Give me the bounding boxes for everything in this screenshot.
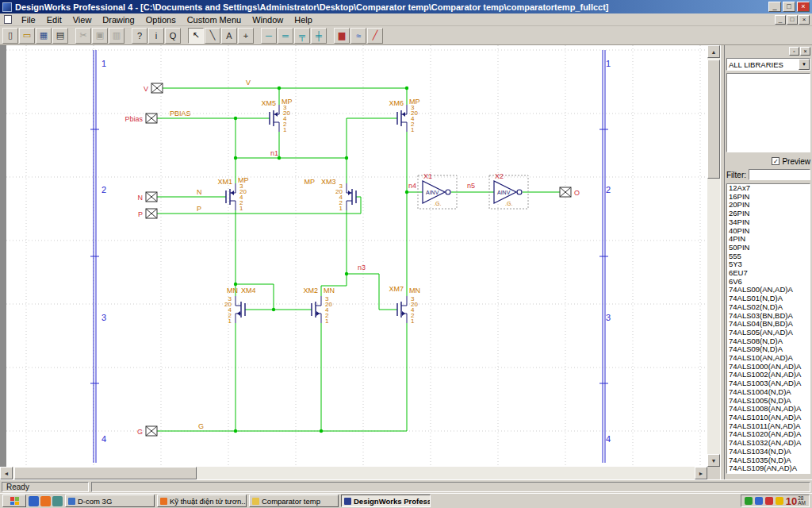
chevron-down-icon[interactable]: ▼ [799, 59, 810, 70]
horizontal-scrollbar[interactable]: ◄ ► [0, 467, 707, 479]
save-icon[interactable]: ▦ [36, 28, 52, 44]
menu-view[interactable]: View [67, 14, 98, 25]
part-preview-box [726, 73, 810, 152]
schematic-drawing[interactable]: 11223344VVPbiasPBIASNNPPGGOn1n3n4n5XM5MP… [6, 45, 707, 467]
scroll-left-icon[interactable]: ◄ [0, 467, 13, 479]
wire-junction [345, 272, 348, 275]
close-button[interactable]: × [797, 2, 810, 12]
draw-bus-icon[interactable]: ═ [278, 28, 293, 44]
taskbar: D-com 3GKỹ thuật điện tử tươn...Comparat… [0, 493, 812, 508]
copy-icon[interactable]: ▣ [92, 28, 108, 44]
document-icon[interactable] [4, 15, 12, 24]
draw-wire-icon[interactable]: ─ [261, 28, 277, 44]
zoom-icon[interactable]: Q [165, 28, 181, 44]
cut-icon[interactable]: ✂ [75, 28, 91, 44]
node-label-n5: n5 [467, 182, 475, 190]
windows-logo-icon [10, 497, 19, 505]
schematic-sheet[interactable]: 11223344VVPbiasPBIASNNPPGGOn1n3n4n5XM5MP… [6, 45, 707, 467]
inverter-x1-bubble[interactable] [446, 190, 450, 194]
vertical-scrollbar[interactable]: ▲ ▼ [707, 45, 720, 467]
start-button[interactable] [2, 495, 26, 507]
child-minimize-button[interactable]: _ [775, 15, 786, 25]
menu-edit[interactable]: Edit [41, 14, 67, 25]
wire-junction [234, 156, 237, 160]
pin-number: 1 [283, 126, 287, 133]
filter-input[interactable] [749, 169, 810, 180]
horizontal-scroll-thumb[interactable] [14, 467, 197, 479]
internet-explorer-icon[interactable] [29, 496, 39, 506]
palette-close-button[interactable]: × [800, 47, 810, 56]
toolbar-separator [255, 28, 261, 44]
child-restore-button[interactable]: □ [787, 15, 798, 25]
vertical-scroll-thumb[interactable] [707, 60, 720, 179]
firefox-icon[interactable] [40, 496, 51, 506]
paste-icon[interactable]: ▥ [109, 28, 124, 44]
part-74als1034-n-d-a[interactable]: 74ALS1034(N,D)A [729, 448, 810, 456]
maximize-button[interactable]: □ [783, 2, 795, 12]
transistor-xm7[interactable] [401, 296, 407, 306]
wire-junction [272, 308, 275, 311]
preview-checkbox[interactable]: ✓ [772, 157, 779, 165]
part-74als109-an-ad-a[interactable]: 74ALS109(AN,AD)A [729, 464, 810, 473]
menu-help[interactable]: Help [289, 14, 318, 25]
palette-menu-button[interactable]: ▫ [789, 47, 799, 56]
transistor-xm4 [237, 311, 240, 316]
info-icon[interactable]: i [148, 28, 164, 44]
text-icon[interactable]: A [221, 28, 237, 44]
transistor-xm6[interactable] [401, 122, 407, 132]
inverter-ref-x2: X2 [495, 172, 504, 180]
part-74als1004-n-d-a[interactable]: 74ALS1004(N,D)A [729, 388, 810, 397]
task-designworks-professi[interactable]: DesignWorks Professi... [341, 495, 431, 507]
child-close-button[interactable]: × [799, 15, 810, 25]
schematic-canvas[interactable]: 11223344VVPbiasPBIASNNPPGGOn1n3n4n5XM5MP… [0, 45, 707, 467]
open-folder-icon[interactable]: ▭ [19, 28, 35, 44]
network-icon[interactable] [745, 497, 753, 505]
task-comparator-temp[interactable]: Comparator temp [249, 495, 339, 507]
preview-checkbox-row[interactable]: ✓ Preview [726, 156, 810, 167]
part-34pin[interactable]: 34PIN [729, 218, 810, 227]
inverter-model-x2: AINV [497, 190, 511, 195]
wire-junction [234, 429, 237, 433]
transistor-xm1[interactable] [230, 201, 236, 210]
show-desktop-icon[interactable] [52, 496, 63, 506]
wire[interactable] [157, 197, 361, 214]
transistor-xm2[interactable] [316, 296, 321, 306]
volume-icon[interactable] [755, 497, 763, 505]
new-document-icon[interactable]: ▯ [2, 28, 18, 44]
library-dropdown[interactable]: ALL LIBRARIES ▼ [726, 58, 810, 71]
draw-wire-icon: ─ [266, 31, 272, 40]
help-icon[interactable]: ? [132, 28, 147, 44]
scroll-right-icon[interactable]: ► [695, 467, 707, 479]
transistor-xm5[interactable] [274, 122, 279, 132]
transistor-xm3[interactable] [347, 201, 352, 210]
toolbar-separator [69, 28, 75, 44]
system-tray: 10 28 AM [741, 495, 810, 507]
menu-file[interactable]: File [16, 14, 41, 25]
menu-custom-menu[interactable]: Custom Menu [182, 14, 247, 25]
inverter-x2-bubble[interactable] [517, 190, 522, 194]
language-icon[interactable] [776, 497, 783, 505]
menu-window[interactable]: Window [247, 14, 289, 25]
menu-drawing[interactable]: Drawing [97, 14, 140, 25]
wire-junction [345, 156, 348, 160]
antivirus-icon[interactable] [765, 497, 773, 505]
plus-icon[interactable]: + [238, 28, 254, 44]
task-d-com-3g[interactable]: D-com 3G [65, 495, 155, 507]
probe-icon[interactable]: ╱ [367, 28, 383, 44]
print-icon[interactable]: ▤ [52, 28, 68, 44]
connector-icon[interactable]: ╪ [311, 28, 327, 44]
filter-row: Filter: [726, 168, 810, 181]
pointer-icon[interactable]: ↖ [188, 28, 204, 44]
draw-line-icon[interactable]: ╲ [205, 28, 220, 44]
minimize-button[interactable]: _ [768, 2, 781, 12]
scroll-up-icon[interactable]: ▲ [707, 45, 720, 58]
simulation-chart-icon[interactable]: ▆ [334, 28, 350, 44]
transistor-xm5 [274, 112, 278, 117]
scroll-down-icon[interactable]: ▼ [707, 454, 720, 467]
task-icon [344, 498, 351, 505]
menu-options[interactable]: Options [140, 14, 182, 25]
task-k-thu-t-i-n-t-t-n[interactable]: Kỹ thuật điện tử tươn... [157, 495, 247, 507]
bus-tap-icon[interactable]: ╤ [294, 28, 310, 44]
part-74als02-n-d-a[interactable]: 74ALS02(N,D)A [729, 303, 810, 312]
timing-diagram-icon[interactable]: ≈ [350, 28, 366, 44]
